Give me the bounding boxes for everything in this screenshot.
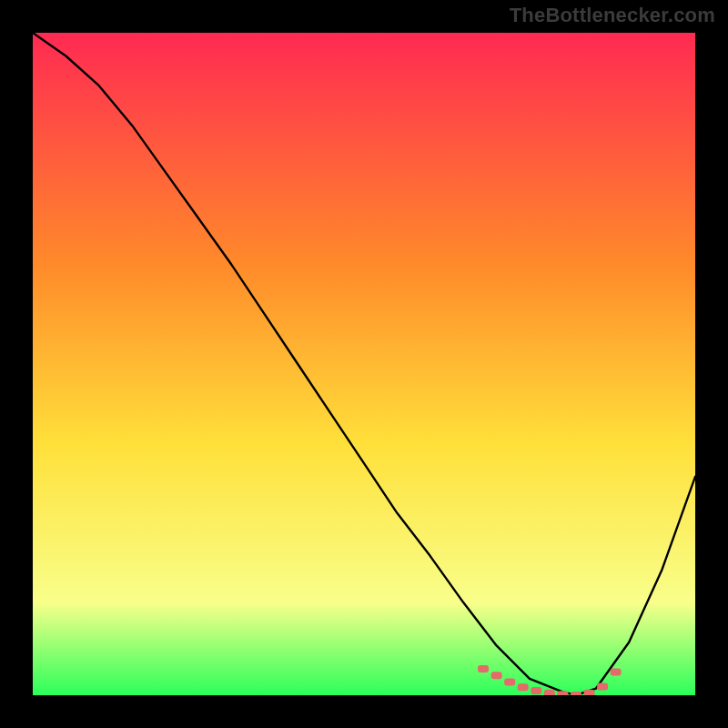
watermark-text: TheBottlenecker.com bbox=[510, 4, 715, 27]
highlight-marker bbox=[611, 669, 622, 676]
highlight-marker bbox=[531, 687, 541, 694]
gradient-background bbox=[33, 33, 695, 695]
chart-container: TheBottlenecker.com bbox=[0, 0, 728, 728]
highlight-marker bbox=[544, 690, 555, 695]
highlight-marker bbox=[491, 672, 502, 679]
highlight-marker bbox=[597, 683, 608, 691]
chart-svg bbox=[33, 33, 695, 695]
highlight-marker bbox=[518, 683, 529, 691]
highlight-marker bbox=[584, 690, 595, 695]
highlight-marker bbox=[571, 692, 581, 695]
highlight-marker bbox=[504, 678, 515, 685]
highlight-marker bbox=[478, 665, 489, 672]
plot-area bbox=[33, 33, 695, 695]
highlight-marker bbox=[557, 691, 568, 695]
